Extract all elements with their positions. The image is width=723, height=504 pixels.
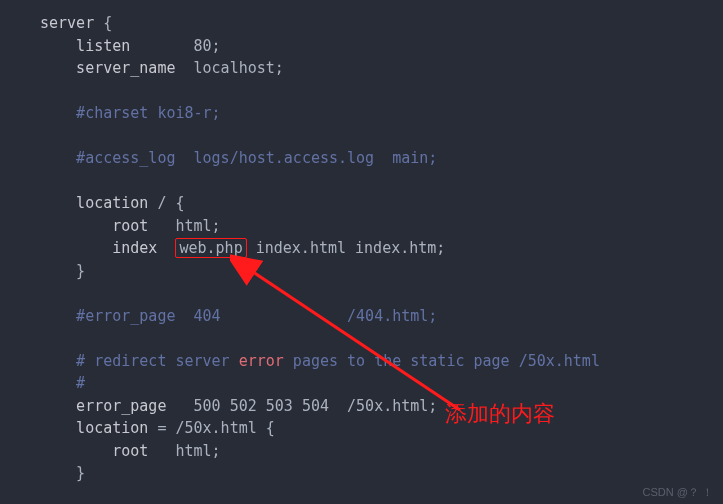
code-line <box>40 327 723 350</box>
code-line: } <box>40 462 723 485</box>
comment: #charset koi8-r; <box>40 104 221 122</box>
text: } <box>40 262 85 280</box>
text: / { <box>148 194 184 212</box>
text: ; <box>212 37 221 55</box>
text: /50x.html; <box>329 397 437 415</box>
code-line <box>40 170 723 193</box>
comment: pages to the static page /50x.html <box>284 352 600 370</box>
keyword: root <box>40 442 148 460</box>
code-line <box>40 282 723 305</box>
number: 504 <box>302 397 329 415</box>
text: html; <box>148 442 220 460</box>
code-line: server_name localhost; <box>40 57 723 80</box>
number: 80 <box>194 37 212 55</box>
code-line: location / { <box>40 192 723 215</box>
code-line: #error_page 404 /404.html; <box>40 305 723 328</box>
text <box>293 397 302 415</box>
keyword: location <box>40 194 148 212</box>
annotation-label: 添加的内容 <box>445 397 555 430</box>
code-line <box>40 125 723 148</box>
nginx-config-code: server { listen 80; server_name localhos… <box>0 12 723 485</box>
error-keyword: error <box>239 352 284 370</box>
number: 503 <box>266 397 293 415</box>
keyword: server <box>40 14 94 32</box>
keyword: listen <box>40 37 130 55</box>
code-line: server { <box>40 12 723 35</box>
comment: # redirect server <box>40 352 239 370</box>
text: html; <box>148 217 220 235</box>
text <box>221 397 230 415</box>
keyword: location <box>40 419 148 437</box>
code-line: #access_log logs/host.access.log main; <box>40 147 723 170</box>
number: 500 <box>194 397 221 415</box>
code-line: } <box>40 260 723 283</box>
text <box>130 37 193 55</box>
code-line: root html; <box>40 440 723 463</box>
code-line: index web.php index.html index.htm; <box>40 237 723 260</box>
text <box>166 397 193 415</box>
comment: # <box>40 374 85 392</box>
comment: #error_page 404 /404.html; <box>40 307 437 325</box>
keyword: server_name <box>40 59 175 77</box>
code-line <box>40 80 723 103</box>
text: } <box>40 464 85 482</box>
text: { <box>94 14 112 32</box>
code-line: # redirect server error pages to the sta… <box>40 350 723 373</box>
comment: #access_log logs/host.access.log main; <box>40 149 437 167</box>
text <box>257 397 266 415</box>
text: index.html index.htm; <box>247 239 446 257</box>
keyword: error_page <box>40 397 166 415</box>
code-line: root html; <box>40 215 723 238</box>
code-line: error_page 500 502 503 504 /50x.html; <box>40 395 723 418</box>
code-line: listen 80; <box>40 35 723 58</box>
text: localhost; <box>175 59 283 77</box>
keyword: index <box>40 239 157 257</box>
code-line: # <box>40 372 723 395</box>
code-line: location = /50x.html { <box>40 417 723 440</box>
text: = /50x.html { <box>148 419 274 437</box>
code-line: #charset koi8-r; <box>40 102 723 125</box>
number: 502 <box>230 397 257 415</box>
watermark: CSDN @？ ！ <box>643 484 713 501</box>
keyword: root <box>40 217 148 235</box>
highlighted-webphp: web.php <box>175 238 246 258</box>
text <box>157 239 175 257</box>
